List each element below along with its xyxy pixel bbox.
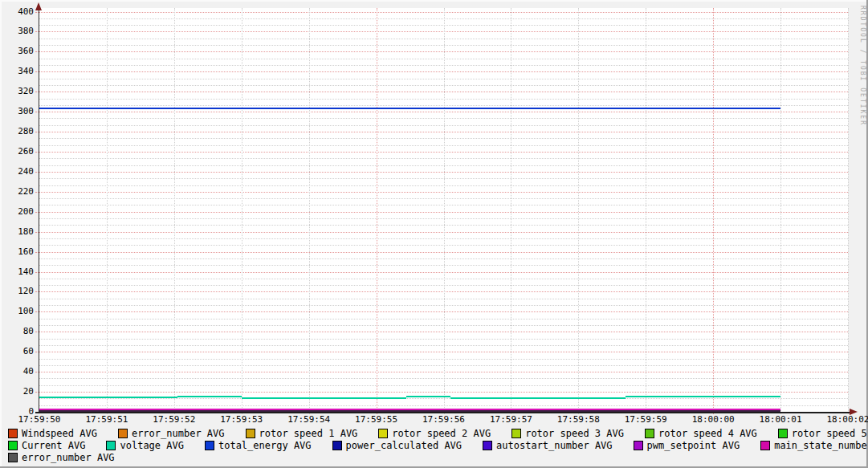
major-gridline-h: [35, 132, 848, 132]
y-axis-label: 180: [0, 226, 34, 238]
x-axis-label: 18:00:01: [754, 414, 807, 425]
minor-gridline-v: [242, 8, 242, 414]
legend-swatch: [106, 441, 116, 450]
major-gridline-h: [35, 31, 848, 32]
major-gridline-h: [35, 232, 848, 233]
x-axis-label: 17:59:54: [283, 414, 336, 425]
y-axis-label: 220: [0, 186, 34, 197]
legend-item-label: total_energy AVG: [218, 440, 312, 451]
legend-swatch: [118, 429, 128, 438]
legend-item: rotor speed 5 AVG: [778, 428, 868, 439]
minor-gridline-v: [848, 8, 849, 414]
y-axis-label: 240: [0, 166, 34, 177]
minor-gridline-v: [174, 8, 175, 414]
legend-item: rotor speed 2 AVG: [378, 428, 491, 439]
x-axis-label: 17:59:58: [552, 414, 605, 425]
series-line: [626, 396, 780, 397]
major-gridline-h: [35, 51, 848, 52]
plot-area: [39, 8, 848, 412]
legend-item: error_number AVG: [118, 428, 225, 439]
series-line: [450, 397, 626, 399]
legend-item-label: pwm_setpoint AVG: [647, 440, 740, 451]
y-axis-label: 400: [0, 6, 34, 18]
y-axis-line: [39, 6, 39, 413]
y-axis-label: 120: [0, 286, 34, 297]
y-axis-label: 140: [0, 267, 34, 278]
legend-swatch: [778, 429, 788, 438]
y-axis-label: 280: [0, 126, 34, 137]
minor-gridline-v: [511, 8, 511, 414]
major-gridline-h: [35, 252, 848, 253]
legend-swatch: [645, 429, 654, 438]
x-axis-label: 17:59:55: [350, 414, 403, 425]
legend-swatch: [483, 441, 492, 450]
minor-gridline-v: [780, 8, 781, 414]
legend-item-label: main_state_number AVG: [774, 440, 868, 451]
minor-gridline-v: [444, 8, 445, 414]
legend-item: voltage AVG: [106, 440, 183, 451]
major-gridline-v: [713, 8, 714, 414]
major-gridline-h: [35, 12, 848, 13]
legend-swatch: [332, 441, 342, 450]
minor-gridline-v: [309, 8, 310, 414]
legend-swatch: [8, 441, 18, 450]
series-line: [406, 396, 450, 397]
y-axis-label: 360: [0, 46, 34, 57]
y-axis-label: 100: [0, 306, 34, 317]
major-gridline-h: [35, 71, 848, 72]
y-axis-label: 160: [0, 246, 34, 258]
legend-swatch: [205, 441, 214, 450]
legend-item-label: Windspeed AVG: [22, 428, 97, 439]
major-gridline-h: [35, 311, 848, 312]
x-axis-label: 17:59:52: [148, 414, 201, 425]
legend-item: rotor speed 1 AVG: [246, 428, 358, 439]
legend-swatch: [511, 429, 521, 438]
y-axis-label: 300: [0, 106, 34, 117]
x-axis-line: [35, 412, 851, 413]
y-axis-label: 380: [0, 26, 34, 37]
major-gridline-h: [35, 332, 848, 332]
y-axis-label: 260: [0, 146, 34, 157]
legend-item-label: autostart_number AVG: [496, 440, 613, 451]
major-gridline-h: [35, 152, 848, 153]
major-gridline-h: [35, 112, 848, 112]
watermark: RRDTOOL / TOBI OETIKER: [859, 6, 866, 126]
legend-item: main_state_number AVG: [760, 440, 868, 451]
series-line: [242, 397, 407, 399]
legend-item-label: rotor speed 4 AVG: [658, 428, 757, 439]
legend-item: Windspeed AVG: [8, 428, 97, 439]
x-axis-label: 18:00:00: [687, 414, 740, 425]
x-axis-label: 17:59:59: [619, 414, 672, 425]
y-axis-label: 20: [0, 386, 34, 397]
legend-item-label: rotor speed 2 AVG: [392, 428, 491, 439]
major-gridline-h: [35, 392, 848, 393]
rrdtool-graph-image: 0204060801001201401601802002202402602803…: [0, 0, 868, 468]
x-axis-label: 18:00:02: [821, 414, 868, 425]
x-axis-label: 17:59:51: [80, 414, 133, 425]
major-gridline-h: [35, 272, 848, 273]
x-axis-label: 17:59:53: [215, 414, 268, 425]
y-axis-label: 320: [0, 86, 34, 97]
legend: Windspeed AVGerror_number AVGrotor speed…: [8, 427, 864, 463]
major-gridline-h: [35, 212, 848, 213]
legend-item-label: rotor speed 5 AVG: [792, 428, 868, 439]
y-axis-label: 40: [0, 366, 34, 377]
legend-row: error_number AVG: [8, 451, 864, 463]
major-gridline-h: [35, 291, 848, 292]
legend-item-label: error_number AVG: [132, 428, 225, 439]
legend-swatch: [634, 441, 643, 450]
major-gridline-h: [35, 92, 848, 92]
legend-item: rotor speed 4 AVG: [645, 428, 757, 439]
legend-item: error_number AVG: [8, 452, 115, 463]
legend-item: total_energy AVG: [205, 440, 312, 451]
legend-row: Current AVGvoltage AVGtotal_energy AVGpo…: [8, 439, 864, 451]
minor-gridline-v: [646, 8, 646, 414]
x-axis-arrow-icon: [850, 409, 858, 415]
legend-item-label: Current AVG: [22, 440, 85, 451]
major-gridline-h: [35, 372, 848, 372]
legend-item-label: rotor speed 3 AVG: [525, 428, 624, 439]
legend-swatch: [760, 441, 770, 450]
legend-swatch: [8, 453, 18, 462]
legend-item: pwm_setpoint AVG: [634, 440, 740, 451]
legend-swatch: [246, 429, 255, 438]
